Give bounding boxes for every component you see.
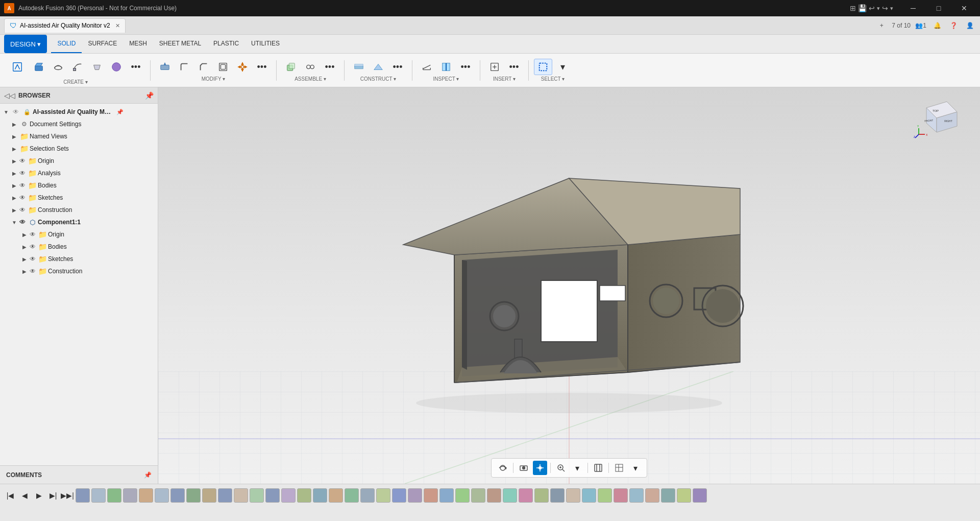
timeline-prev-button[interactable]: ◀ xyxy=(18,489,31,502)
timeline-item-9[interactable] xyxy=(202,488,216,503)
timeline-item-11[interactable] xyxy=(234,488,248,503)
timeline-item-25[interactable] xyxy=(455,488,470,503)
tab-solid[interactable]: SOLID xyxy=(51,35,82,53)
c1-bodies-eye-icon[interactable]: 👁 xyxy=(29,243,37,251)
timeline-item-15[interactable] xyxy=(297,488,311,503)
section-analysis-button[interactable] xyxy=(437,59,455,75)
timeline-item-8[interactable] xyxy=(186,488,201,503)
create-sketch-button[interactable] xyxy=(6,56,29,78)
close-tab-button[interactable]: ✕ xyxy=(115,22,120,29)
origin-eye-icon[interactable]: 👁 xyxy=(18,157,27,165)
timeline-item-24[interactable] xyxy=(439,488,454,503)
view-cube[interactable]: TOP FRONT RIGHT X Y Z xyxy=(914,98,965,138)
origin-arrow-icon[interactable]: ▶ xyxy=(10,157,18,165)
measure-button[interactable] xyxy=(418,59,436,75)
root-pin-icon[interactable]: 📌 xyxy=(116,109,124,115)
construction-eye-icon[interactable]: 👁 xyxy=(18,206,27,214)
notifications-button[interactable]: 🔔 xyxy=(931,19,943,32)
timeline-item-5[interactable] xyxy=(139,488,153,503)
timeline-item-35[interactable] xyxy=(614,488,628,503)
timeline-item-22[interactable] xyxy=(408,488,422,503)
pan-button[interactable] xyxy=(533,461,547,475)
timeline-item-12[interactable] xyxy=(250,488,264,503)
timeline-item-21[interactable] xyxy=(392,488,406,503)
collapse-browser-icon[interactable]: ◁◁ xyxy=(4,91,15,100)
root-eye-icon[interactable]: 👁 xyxy=(11,107,20,116)
timeline-item-39[interactable] xyxy=(677,488,691,503)
tree-item-origin[interactable]: ▶ 👁 📁 Origin xyxy=(0,155,158,167)
timeline-item-36[interactable] xyxy=(629,488,644,503)
timeline-item-28[interactable] xyxy=(503,488,517,503)
sphere-button[interactable] xyxy=(107,59,126,75)
orbit-button[interactable] xyxy=(496,461,510,475)
analysis-arrow-icon[interactable]: ▶ xyxy=(10,169,18,177)
timeline-item-1[interactable] xyxy=(76,488,90,503)
timeline-item-23[interactable] xyxy=(424,488,438,503)
tab-surface[interactable]: SURFACE xyxy=(82,35,123,53)
insert-button[interactable] xyxy=(485,59,504,75)
timeline-item-33[interactable] xyxy=(582,488,596,503)
timeline-play-button[interactable]: ▶ xyxy=(33,489,45,502)
timeline-item-20[interactable] xyxy=(376,488,390,503)
comments-pin-icon[interactable]: 📌 xyxy=(144,471,152,479)
timeline-end-button[interactable]: ▶▶| xyxy=(61,489,74,502)
move-button[interactable] xyxy=(233,59,252,75)
timeline-item-17[interactable] xyxy=(329,488,343,503)
timeline-item-7[interactable] xyxy=(170,488,185,503)
more-modify-button[interactable]: ••• xyxy=(253,59,271,75)
bodies-arrow-icon[interactable]: ▶ xyxy=(10,181,18,190)
c1-origin-eye-icon[interactable]: 👁 xyxy=(29,230,37,239)
timeline-item-30[interactable] xyxy=(534,488,549,503)
c1-construction-arrow-icon[interactable]: ▶ xyxy=(20,267,29,275)
more-construct-button[interactable]: ••• xyxy=(388,59,407,75)
construction-arrow-icon[interactable]: ▶ xyxy=(10,206,18,214)
timeline-start-button[interactable]: |◀ xyxy=(4,489,16,502)
save-icon[interactable]: 💾 xyxy=(858,4,867,12)
timeline-item-38[interactable] xyxy=(661,488,675,503)
tree-item-c1-bodies[interactable]: ▶ 👁 📁 Bodies xyxy=(0,241,158,253)
tree-item-construction[interactable]: ▶ 👁 📁 Construction xyxy=(0,204,158,216)
tree-item-c1-origin[interactable]: ▶ 👁 📁 Origin xyxy=(0,228,158,241)
new-tab-button[interactable]: + xyxy=(875,19,888,32)
timeline-item-13[interactable] xyxy=(265,488,280,503)
offset-plane-button[interactable] xyxy=(350,59,368,75)
c1-bodies-arrow-icon[interactable]: ▶ xyxy=(20,243,29,251)
timeline-item-10[interactable] xyxy=(218,488,232,503)
loft-button[interactable] xyxy=(88,59,106,75)
undo-dropdown-icon[interactable]: ▾ xyxy=(877,5,880,12)
look-at-button[interactable] xyxy=(517,461,531,475)
bodies-eye-icon[interactable]: 👁 xyxy=(18,181,27,190)
doc-settings-arrow-icon[interactable]: ▶ xyxy=(10,120,18,128)
timeline-item-40[interactable] xyxy=(693,488,707,503)
more-create-button[interactable]: ••• xyxy=(127,59,145,75)
timeline-item-32[interactable] xyxy=(566,488,580,503)
timeline-item-27[interactable] xyxy=(487,488,501,503)
tree-item-selection-sets[interactable]: ▶ 📁 Selection Sets xyxy=(0,143,158,155)
tree-item-analysis[interactable]: ▶ 👁 📁 Analysis xyxy=(0,167,158,179)
extrude-button[interactable] xyxy=(30,59,48,75)
undo-icon[interactable]: ↩ xyxy=(869,4,875,12)
analysis-eye-icon[interactable]: 👁 xyxy=(18,169,27,177)
visual-style-button[interactable]: ▾ xyxy=(628,461,643,475)
maximize-button[interactable]: □ xyxy=(927,0,950,16)
timeline-item-6[interactable] xyxy=(155,488,169,503)
component1-arrow-icon[interactable]: ▼ xyxy=(10,218,18,226)
tree-item-c1-construction[interactable]: ▶ 👁 📁 Construction xyxy=(0,265,158,277)
sketches-eye-icon[interactable]: 👁 xyxy=(18,194,27,202)
timeline-item-29[interactable] xyxy=(519,488,533,503)
display-settings-button[interactable] xyxy=(591,461,605,475)
timeline-item-34[interactable] xyxy=(598,488,612,503)
timeline-item-3[interactable] xyxy=(107,488,121,503)
collaborators-button[interactable]: 👥1 xyxy=(915,19,927,32)
more-insert-button[interactable]: ••• xyxy=(505,59,523,75)
chamfer-button[interactable] xyxy=(194,59,213,75)
timeline-item-37[interactable] xyxy=(645,488,659,503)
timeline-item-18[interactable] xyxy=(345,488,359,503)
document-tab[interactable]: 🛡 AI-assisted Air Quality Monitor v2 ✕ xyxy=(4,18,126,33)
zoom-window-button[interactable] xyxy=(554,461,568,475)
viewport[interactable]: TOP FRONT RIGHT X Y Z xyxy=(158,87,980,484)
selection-sets-arrow-icon[interactable]: ▶ xyxy=(10,145,18,153)
plane-at-angle-button[interactable] xyxy=(369,59,387,75)
sweep-button[interactable] xyxy=(68,59,87,75)
more-assemble-button[interactable]: ••• xyxy=(321,59,339,75)
